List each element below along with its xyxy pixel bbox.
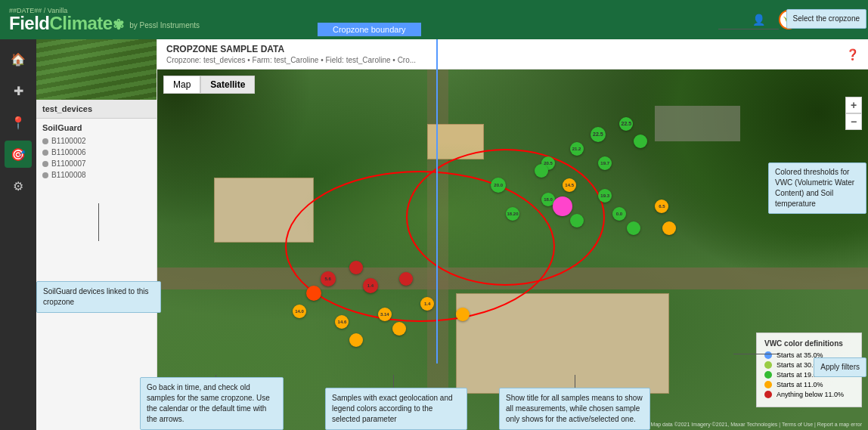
soilguard-devices-text: SoilGuard devices linked to this cropzon…	[43, 287, 149, 306]
map-background: 22.5 22.5 21.2 20.5 19.7 20.0 14.5 19.3 …	[157, 70, 868, 430]
data-point	[456, 308, 470, 321]
data-point: 19.7	[598, 156, 612, 170]
device-indicator	[42, 172, 48, 178]
device-id: B1100007	[51, 159, 86, 168]
data-point	[662, 221, 676, 235]
legend-color	[764, 391, 772, 398]
content-area: CROPZONE SAMPLE DATA Cropzone: test_devi…	[157, 39, 868, 430]
sidebar-item-settings[interactable]: ⚙	[5, 172, 32, 200]
help-icon[interactable]: ❓	[846, 48, 859, 60]
content-header-text: CROPZONE SAMPLE DATA Cropzone: test_devi…	[166, 44, 416, 64]
zoom-out-button[interactable]: −	[845, 113, 862, 130]
zoom-in-button[interactable]: +	[845, 97, 862, 113]
go-back-text: Go back in time, and check old samples f…	[147, 383, 270, 423]
data-point	[399, 272, 413, 286]
apply-filters-text: Apply filters	[820, 363, 860, 371]
sidebar: 🏠 ✚ 📍 🎯 ⚙	[0, 39, 36, 430]
sidebar-item-home[interactable]: 🏠	[5, 45, 32, 73]
brand-name: FieldClimate✾	[9, 14, 123, 32]
user-icon[interactable]: 👤	[749, 10, 768, 29]
colored-thresholds-text: Colored thresholds for VWC (Volumetric W…	[775, 168, 854, 208]
zoom-controls: + −	[845, 97, 862, 130]
brand-field: Field	[9, 13, 50, 33]
map-view-toggle: Map Satellite	[163, 76, 255, 94]
legend-label: Anything below 11.0%	[777, 391, 844, 398]
data-point	[349, 261, 363, 274]
device-id: B1100008	[51, 171, 86, 179]
map-container: 22.5 22.5 21.2 20.5 19.7 20.0 14.5 19.3 …	[157, 70, 868, 430]
data-point	[349, 333, 363, 347]
data-point: 21.2	[570, 142, 584, 156]
sidebar-item-add[interactable]: ✚	[5, 77, 32, 104]
legend-title: VWC color definitions	[764, 339, 854, 348]
list-item[interactable]: B1100006	[42, 147, 150, 158]
sidebar-item-map[interactable]: 📍	[5, 109, 32, 136]
data-point: 14.6	[335, 315, 349, 329]
legend-label: Starts at 11.0%	[777, 381, 823, 388]
data-point	[553, 196, 572, 216]
data-point: 18.20	[506, 207, 519, 221]
data-point: 14.0	[293, 305, 306, 318]
show-title-callout: Show title for all samples means to show…	[499, 388, 650, 430]
page-subtitle: Cropzone: test_devices • Farm: test_Caro…	[166, 56, 416, 64]
device-id: B1100006	[51, 148, 86, 156]
legend-color	[764, 361, 772, 369]
list-item[interactable]: B1100002	[42, 135, 150, 147]
data-point: 22.5	[591, 127, 606, 142]
data-point: 22.5	[619, 117, 633, 131]
select-cropzone-callout: Select the cropzone	[786, 9, 866, 29]
list-item[interactable]: B1100007	[42, 158, 150, 169]
select-cropzone-text: Select the cropzone	[793, 14, 860, 23]
field-label: test_devices	[36, 100, 157, 119]
data-point: 1.4	[363, 278, 378, 293]
satellite-view-button[interactable]: Satellite	[200, 76, 255, 94]
brand-climate: Climate	[50, 13, 113, 33]
colored-thresholds-callout: Colored thresholds for VWC (Volumetric W…	[768, 162, 866, 214]
samples-geo-callout: Samples with exact geolocation and legen…	[325, 388, 467, 430]
legend-item: Starts at 11.0%	[764, 381, 854, 388]
content-header: CROPZONE SAMPLE DATA Cropzone: test_devi…	[157, 39, 868, 70]
legend-color	[764, 371, 772, 379]
app-logo: ##DATE## / Vanilla FieldClimate✾	[9, 7, 123, 32]
samples-geo-text: Samples with exact geolocation and legen…	[332, 394, 453, 423]
data-point: 0.0	[612, 207, 626, 221]
device-id: B1100002	[51, 137, 86, 145]
page-title: CROPZONE SAMPLE DATA	[166, 44, 416, 54]
data-point: 19.3	[598, 189, 612, 203]
data-point	[627, 221, 640, 235]
data-point: 14.5	[563, 178, 576, 192]
list-item[interactable]: B1100008	[42, 169, 150, 181]
soilguard-title: SoilGuard	[42, 123, 150, 132]
data-point	[392, 322, 406, 336]
data-point	[570, 214, 584, 227]
data-point: 5.6	[321, 271, 336, 286]
field-thumbnail	[36, 39, 157, 100]
device-indicator	[42, 161, 48, 167]
apply-filters-callout: Apply filters	[814, 357, 866, 377]
sidebar-item-soilguard[interactable]: 🎯	[5, 141, 32, 168]
legend-item: Anything below 11.0%	[764, 391, 854, 398]
data-point: 6.5	[655, 200, 668, 213]
brand-sub: by Pessl Instruments	[129, 21, 200, 29]
device-indicator	[42, 138, 48, 144]
data-point	[634, 135, 647, 148]
legend-color	[764, 351, 772, 359]
data-point: 1.4	[420, 297, 434, 311]
data-point	[535, 164, 548, 178]
left-panel: test_devices SoilGuard B1100002 B1100006…	[36, 39, 157, 430]
go-back-callout: Go back in time, and check old samples f…	[140, 377, 284, 430]
show-title-text: Show title for all samples means to show…	[506, 394, 643, 423]
device-indicator	[42, 150, 48, 156]
legend-color	[764, 381, 772, 388]
soilguard-section: SoilGuard B1100002 B1100006 B1100007 B11…	[36, 119, 157, 185]
data-point	[306, 286, 321, 301]
data-point: 20.0	[491, 178, 506, 193]
data-point: 3.14	[378, 308, 392, 321]
app-header: ##DATE## / Vanilla FieldClimate✾ by Pess…	[0, 0, 868, 39]
map-view-button[interactable]: Map	[163, 76, 200, 94]
soilguard-devices-callout: SoilGuard devices linked to this cropzon…	[36, 281, 161, 313]
main-layout: 🏠 ✚ 📍 🎯 ⚙ test_devices SoilGuard B110000…	[0, 39, 868, 430]
